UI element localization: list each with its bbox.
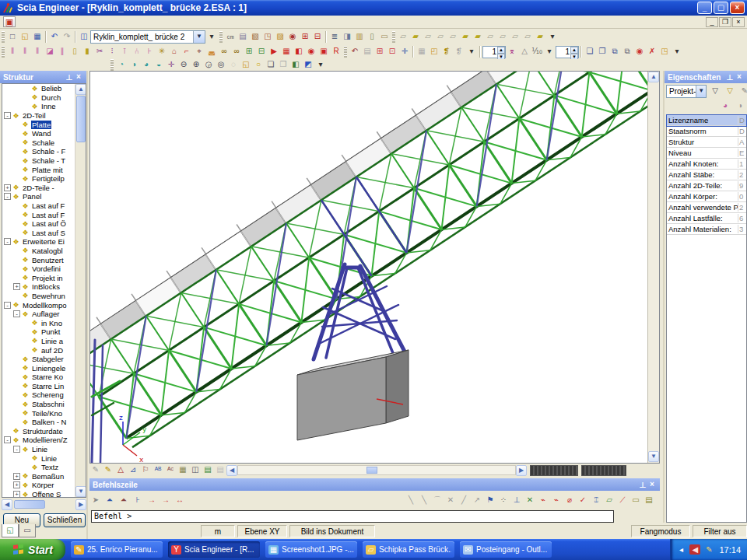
tree-item[interactable]: + ❖ Bemaßun: [2, 472, 75, 481]
tree-item[interactable]: + ❖ Körper: [2, 481, 75, 490]
property-row[interactable]: Anzahl 2D-Teile: 9: [667, 180, 746, 191]
expander-icon[interactable]: [23, 85, 30, 92]
support-view-icon[interactable]: △: [114, 464, 127, 476]
view-flag-8-icon[interactable]: ▱: [484, 31, 496, 43]
viewport-horizontal-scrollbar[interactable]: [237, 465, 516, 475]
expander-icon[interactable]: [23, 94, 30, 101]
tree-item[interactable]: - ❖ 2D-Teil: [2, 111, 75, 121]
rotate-4-icon[interactable]: ◒: [153, 59, 165, 71]
measure-icon[interactable]: ⌖: [193, 46, 205, 58]
window-1-icon[interactable]: ❏: [265, 59, 277, 71]
expander-icon[interactable]: [13, 247, 20, 254]
expander-icon[interactable]: [13, 292, 20, 299]
table-red2-icon[interactable]: ⊟: [311, 31, 324, 43]
undo-icon[interactable]: ↶: [48, 31, 61, 43]
label-abc-icon[interactable]: ᴬᴮ: [152, 464, 164, 476]
model-viewport[interactable]: z y x ▲ ▼: [89, 71, 660, 464]
pie-chart-icon[interactable]: ◕: [719, 100, 731, 112]
table-plus-icon[interactable]: ⊞: [243, 46, 255, 58]
scroll-down-icon[interactable]: ▼: [75, 486, 86, 497]
load-view-icon[interactable]: ⊿: [127, 464, 139, 476]
solid-view-icon[interactable]: ◫: [189, 464, 202, 476]
beam-icon[interactable]: ‖: [19, 46, 31, 58]
binocular-2-icon[interactable]: ∞: [230, 46, 243, 58]
tree-item[interactable]: ❖ Katalogbl: [2, 247, 75, 256]
zoom-window-icon[interactable]: ◶: [202, 59, 215, 71]
catalog-icon[interactable]: ▧: [249, 31, 261, 43]
expander-icon[interactable]: [13, 401, 20, 408]
expander-icon[interactable]: [13, 418, 20, 425]
expander-icon[interactable]: [23, 338, 30, 345]
close-panel-button[interactable]: Schließen: [44, 513, 86, 527]
scroll-up-icon[interactable]: ▲: [648, 72, 659, 82]
tree-item[interactable]: ❖ Fertigteilp: [2, 174, 75, 184]
move-x1-icon[interactable]: →: [146, 495, 158, 506]
pin-icon[interactable]: ⊤: [725, 72, 735, 82]
minimized-view-1[interactable]: [530, 465, 578, 476]
minimized-view-2[interactable]: [581, 465, 626, 476]
calc-4-icon[interactable]: ◉: [305, 46, 317, 58]
column-icon[interactable]: ‖: [31, 46, 44, 58]
property-row[interactable]: Anzahl Materialien: 3: [667, 224, 746, 235]
expander-icon[interactable]: [13, 130, 20, 137]
tree-item[interactable]: ❖ Schereng: [2, 390, 75, 400]
tree-item[interactable]: - ❖ Linie: [2, 445, 75, 454]
connect-icon[interactable]: ⌐: [181, 46, 193, 58]
tree-item[interactable]: ❖ Last auf S: [2, 229, 75, 238]
viewport-canvas[interactable]: z y x: [90, 72, 647, 463]
mdi-restore-button[interactable]: ❐: [719, 17, 731, 27]
tray-pen-icon[interactable]: ✎: [703, 544, 714, 555]
tree-item[interactable]: ❖ Schale: [2, 138, 75, 148]
cross-section-icon[interactable]: ◳: [261, 31, 274, 43]
tree-item[interactable]: ❖ Balken - N: [2, 418, 75, 427]
zoom-prev-icon[interactable]: ◌: [227, 59, 240, 71]
tree-item[interactable]: - ❖ Modellkompo: [2, 300, 75, 310]
status-mode[interactable]: Bild ins Dokument: [289, 525, 375, 537]
snap-point-icon[interactable]: ✕: [524, 495, 536, 506]
caret-4[interactable]: ▾: [314, 59, 327, 71]
snap-table-icon[interactable]: ▤: [643, 495, 655, 506]
expander-icon[interactable]: [13, 365, 20, 372]
minimize-button[interactable]: _: [697, 2, 712, 14]
expander-icon[interactable]: [13, 157, 20, 164]
units-icon[interactable]: ㎝: [224, 31, 237, 43]
image-folder-icon[interactable]: ◰: [428, 46, 440, 58]
snap-mid-icon[interactable]: ↗: [471, 495, 483, 506]
expander-icon[interactable]: [13, 139, 20, 146]
snap-end-icon[interactable]: ╱: [458, 495, 470, 506]
axis-lock-icon[interactable]: ⊦: [132, 495, 144, 506]
tree-item[interactable]: ❖ Strukturdate: [2, 427, 75, 436]
expander-icon[interactable]: [23, 320, 30, 327]
tree-item[interactable]: ❖ Last auf F: [2, 201, 75, 211]
snap-node-1-icon[interactable]: ⌁: [537, 495, 549, 506]
tree-item[interactable]: ❖ in Kno: [2, 318, 75, 327]
view-flag-7-icon[interactable]: ▰: [472, 31, 484, 43]
expander-icon[interactable]: -: [13, 310, 20, 317]
snap-line-2-icon[interactable]: ╲: [418, 495, 430, 506]
tray-collapse-icon[interactable]: ◂: [675, 544, 686, 555]
tree-item[interactable]: ❖ Teile/Kno: [2, 408, 75, 418]
edit-pencil-icon[interactable]: ✎: [738, 86, 747, 97]
expander-icon[interactable]: -: [4, 112, 11, 119]
menu-item[interactable]: [84, 16, 95, 28]
expander-icon[interactable]: [13, 410, 20, 417]
tree-item[interactable]: ❖ Punkt: [2, 327, 75, 337]
filter-icon[interactable]: ▽: [709, 86, 721, 97]
calc-6-icon[interactable]: R: [330, 46, 342, 58]
status-plane[interactable]: Ebene XY: [237, 525, 287, 537]
scale-spinner[interactable]: 1 ▲▼: [556, 46, 579, 58]
expander-icon[interactable]: [13, 265, 20, 272]
flag-view-icon[interactable]: ⚐: [139, 464, 152, 476]
rotate-3-icon[interactable]: ◕: [140, 59, 153, 71]
taskbar-task[interactable]: ✉ Posteingang - Outl...: [460, 541, 552, 558]
menu-item[interactable]: [62, 16, 73, 28]
tree-item[interactable]: ❖ auf 2D: [2, 345, 75, 355]
trim-icon[interactable]: ⊦: [143, 46, 156, 58]
expander-icon[interactable]: [13, 275, 20, 282]
tree-item[interactable]: ❖ Starre Ko: [2, 373, 75, 382]
calc-2-icon[interactable]: ▦: [280, 46, 293, 58]
close-icon[interactable]: ×: [74, 72, 83, 82]
tree-item[interactable]: + ❖ Offene S: [2, 490, 75, 498]
cursor-icon[interactable]: ➤: [89, 495, 102, 506]
menu-item[interactable]: [106, 16, 117, 28]
